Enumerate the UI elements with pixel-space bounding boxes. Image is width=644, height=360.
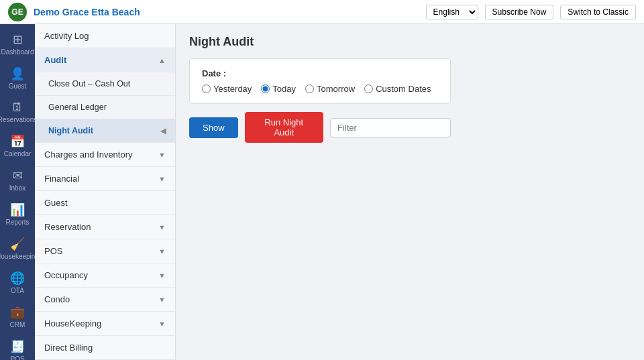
radio-custom[interactable] (364, 84, 373, 93)
reservation-chevron: ▼ (158, 223, 166, 231)
classic-button[interactable]: Switch to Classic (560, 5, 636, 19)
filter-input[interactable] (330, 118, 451, 137)
audit-chevron: ▲ (158, 56, 166, 64)
sidebar-item-direct-billing[interactable]: Direct Billing (35, 336, 175, 360)
sidebar-item-pos[interactable]: POS ▼ (35, 239, 175, 263)
night-audit-indicator: ◀ (160, 127, 166, 135)
reservations-icon: 🗓 (11, 101, 23, 115)
date-radio-group: Yesterday Today Tomorrow Custom Dates (202, 84, 438, 94)
guest-icon: 👤 (10, 66, 25, 81)
sidebar-item-housekeeping[interactable]: HouseKeeping ▼ (35, 312, 175, 336)
inbox-icon: ✉ (13, 168, 23, 183)
sidebar-item-close-out[interactable]: Close Out – Cash Out (35, 72, 175, 96)
housekeeping-chevron: ▼ (158, 320, 166, 328)
hotel-name: Demo Grace Etta Beach (34, 7, 419, 17)
sidebar-item-ota[interactable]: 🌐 OTA (0, 265, 35, 300)
sidebar-item-reservation[interactable]: Reservation ▼ (35, 215, 175, 239)
secondary-sidebar: Activity Log Audit ▲ Close Out – Cash Ou… (35, 24, 176, 360)
sidebar-item-reports[interactable]: 📊 Reports (0, 197, 35, 231)
sidebar-item-activity-log[interactable]: Activity Log (35, 24, 175, 48)
sidebar-item-condo[interactable]: Condo ▼ (35, 288, 175, 312)
left-nav: ⊞ Dashboard 👤 Guest 🗓 Reservations 📅 Cal… (0, 24, 35, 360)
radio-yesterday[interactable] (202, 84, 211, 93)
date-card: Date : Yesterday Today Tomorrow (189, 58, 451, 104)
pos-icon: 🧾 (10, 339, 25, 354)
main-content: Night Audit Date : Yesterday Today (176, 24, 644, 360)
sidebar-item-financial[interactable]: Financial ▼ (35, 167, 175, 191)
avatar: GE (8, 3, 27, 21)
sidebar-item-guest[interactable]: Guest (35, 191, 175, 215)
sidebar-item-audit[interactable]: Audit ▲ (35, 48, 175, 72)
option-tomorrow[interactable]: Tomorrow (305, 84, 355, 94)
occupancy-chevron: ▼ (158, 272, 166, 280)
crm-icon: 💼 (10, 305, 25, 320)
action-row: Show Run Night Audit (189, 112, 451, 143)
sidebar-item-charges-inventory[interactable]: Charges and Inventory ▼ (35, 143, 175, 167)
language-select[interactable]: English Spanish French (426, 5, 478, 19)
radio-today[interactable] (261, 84, 270, 93)
sidebar-item-housekeeping[interactable]: 🧹 Housekeeping (0, 231, 35, 265)
housekeeping-icon: 🧹 (10, 237, 25, 251)
sidebar-item-guest[interactable]: 👤 Guest (0, 61, 35, 95)
sidebar-item-general-ledger[interactable]: General Ledger (35, 96, 175, 119)
sidebar-item-reservations[interactable]: 🗓 Reservations (0, 95, 35, 129)
sidebar-item-crm[interactable]: 💼 CRM (0, 300, 35, 334)
run-night-audit-button[interactable]: Run Night Audit (245, 112, 323, 143)
reports-icon: 📊 (10, 202, 25, 217)
charges-chevron: ▼ (158, 151, 166, 159)
sidebar-item-occupancy[interactable]: Occupancy ▼ (35, 263, 175, 288)
sidebar-item-inbox[interactable]: ✉ Inbox (0, 163, 35, 197)
option-custom[interactable]: Custom Dates (364, 84, 431, 94)
page-title: Night Audit (189, 35, 631, 49)
top-header: GE Demo Grace Etta Beach English Spanish… (0, 0, 644, 24)
financial-chevron: ▼ (158, 175, 166, 183)
sidebar-item-night-audit[interactable]: Night Audit ◀ (35, 119, 175, 143)
sidebar-item-calendar[interactable]: 📅 Calendar (0, 129, 35, 163)
option-today[interactable]: Today (261, 84, 296, 94)
sidebar-item-pos[interactable]: 🧾 POS (0, 334, 35, 360)
dashboard-icon: ⊞ (13, 32, 23, 47)
calendar-icon: 📅 (10, 134, 25, 149)
subscribe-button[interactable]: Subscribe Now (485, 5, 554, 19)
sidebar-item-dashboard[interactable]: ⊞ Dashboard (0, 27, 35, 61)
radio-tomorrow[interactable] (305, 84, 314, 93)
show-button[interactable]: Show (189, 117, 238, 138)
pos-chevron: ▼ (158, 247, 166, 255)
condo-chevron: ▼ (158, 296, 166, 304)
option-yesterday[interactable]: Yesterday (202, 84, 252, 94)
date-label: Date : (202, 68, 438, 78)
ota-icon: 🌐 (10, 271, 25, 286)
